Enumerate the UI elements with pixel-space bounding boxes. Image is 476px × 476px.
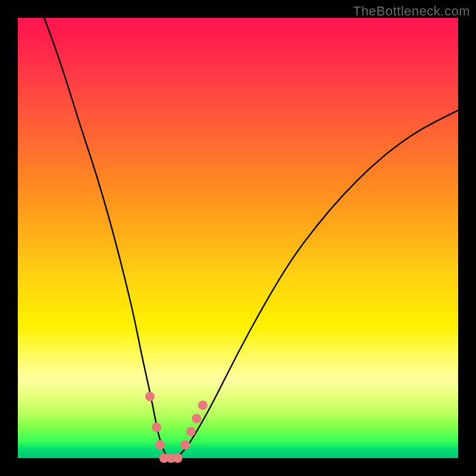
right-dot-1 <box>180 440 190 450</box>
left-dot-2 <box>152 422 161 432</box>
curve-svg <box>18 18 458 458</box>
bottom-dot-3 <box>173 453 183 463</box>
right-dot-4 <box>198 400 208 410</box>
watermark-text: TheBottleneck.com <box>353 4 470 19</box>
bottleneck-curve <box>44 18 458 458</box>
left-dot-3 <box>155 440 165 450</box>
chart-frame: TheBottleneck.com <box>0 0 476 476</box>
right-dot-2 <box>186 427 196 437</box>
plot-area <box>18 18 458 458</box>
right-dot-3 <box>192 414 201 423</box>
left-dot-1 <box>145 392 155 401</box>
